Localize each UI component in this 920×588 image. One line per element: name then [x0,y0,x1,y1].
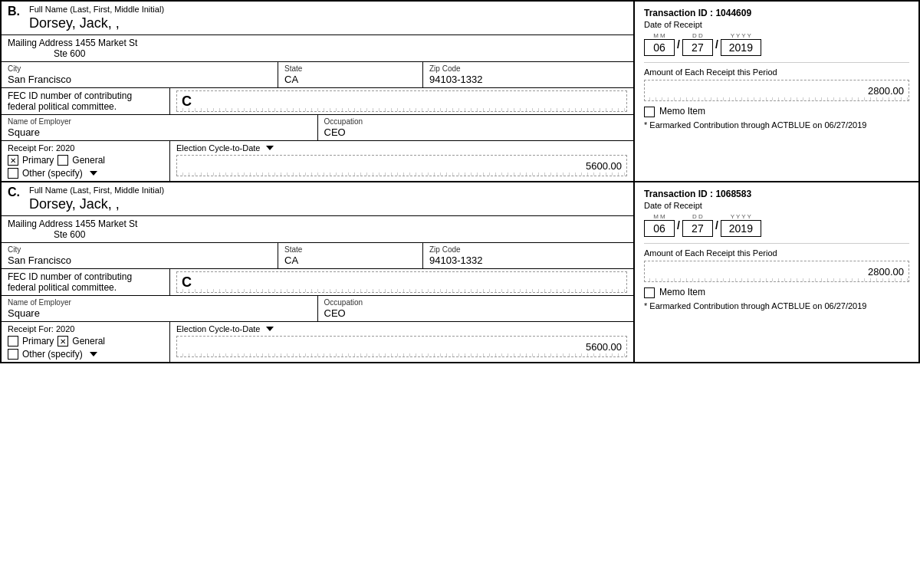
section-b-general-label: General [72,155,105,166]
section-c-fec-label2: federal political committee. [8,282,163,293]
section-b-employer-label: Name of Employer [8,117,311,126]
section-b-sep1: / [677,38,680,51]
section-b-zip-label: Zip Code [429,64,627,73]
section-b-mailing-label: Mailing Address [8,38,73,48]
section-b-other-row: Other (specify) [8,168,163,179]
section-c-earmarked-text: * Earmarked Contribution through ACTBLUE… [644,301,909,310]
section-c-employer-value: Square [8,307,311,319]
section-b-checkbox-group: Primary General Other (specify) [8,155,163,179]
section-c-primary-checkbox[interactable] [8,336,18,347]
section-b-month-group: M M 06 [644,32,675,56]
section-c-general-checkbox[interactable] [58,336,68,347]
section-c-mailing-address2: Ste 600 [54,229,85,240]
section-b-year-value: 2019 [721,39,761,56]
section-c-mailing-label: Mailing Address [8,218,73,229]
section-c-year-value: 2019 [721,220,761,237]
section-b-election-dropdown-icon[interactable] [266,146,274,150]
section-c-receipt-right: Election Cycle-to-Date 5600.00 [170,322,633,362]
section-b-mailing-row: Mailing Address 1455 Market St Ste 600 [2,35,633,62]
section-c-memo-checkbox[interactable] [644,287,655,298]
section-b-transaction-id: Transaction ID : 1044609 [644,8,909,18]
section-b-state-cell: State CA [278,62,423,87]
section-b-occupation-value: CEO [324,126,628,138]
section-b-memo-label: Memo Item [659,106,705,117]
section-c-day-value: 27 [682,220,713,237]
section-b-letter: B. [8,5,23,18]
section-b-city-cell: City San Francisco [2,62,278,87]
section-c-month-group: M M 06 [644,213,675,237]
section-b-amount-box: 2800.00 [644,80,909,101]
section-b-primary-label: Primary [22,155,54,166]
section-c-fec-label-cell: FEC ID number of contributing federal po… [2,269,170,295]
section-c-employer-row: Name of Employer Square Occupation CEO [2,296,633,322]
section-c-city-cell: City San Francisco [2,243,278,268]
section-b-yyyy-label: Y Y Y Y [731,32,751,39]
section-b-receipt-left: Receipt For: 2020 Primary General Other [2,141,170,181]
section-b-zip-cell: Zip Code 94103-1332 [423,62,633,87]
section-b-mm-label: M M [653,32,665,39]
section-b-receipt-right: Election Cycle-to-Date 5600.00 [170,141,633,181]
section-b-other-checkbox[interactable] [8,168,18,179]
section-c-city-label: City [8,245,271,254]
section-c-employer-cell: Name of Employer Square [2,296,318,321]
section-c-year-group: Y Y Y Y 2019 [721,213,761,237]
section-b-dd-label: D D [692,32,703,39]
section-c-employer-label: Name of Employer [8,298,311,307]
section-b-memo-row: Memo Item [644,106,909,117]
section-c-yyyy-label: Y Y Y Y [731,213,751,220]
section-b-primary-checkbox[interactable] [8,155,18,166]
section-c-other-checkbox[interactable] [8,349,18,360]
section-c-full-name: Dorsey, Jack, , [29,196,164,212]
section-b-state-label: State [284,64,416,73]
section-b-full-name: Dorsey, Jack, , [29,15,164,31]
section-b-mailing-address2: Ste 600 [54,48,85,59]
section-b-day-value: 27 [682,39,713,56]
section-b-right-panel: Transaction ID : 1044609 Date of Receipt… [635,2,918,181]
section-c-date-fields: M M 06 / D D 27 / Y Y Y Y 2019 [644,213,909,237]
section-c-letter: C. [8,186,23,199]
section-b-memo-checkbox[interactable] [644,107,655,117]
section-c-checkbox-group: Primary General Other (specify) [8,336,163,360]
section-c-occupation-value: CEO [324,307,628,319]
section-c-divider1 [644,243,909,244]
section-b-primary-row: Primary General [8,155,163,166]
section-c-receipt-left: Receipt For: 2020 Primary General Other [2,322,170,362]
section-b-city-value: San Francisco [8,74,271,85]
section-b-general-checkbox[interactable] [58,155,68,166]
section-c-right-panel: Transaction ID : 1068583 Date of Receipt… [635,182,918,362]
section-b-employer-value: Square [8,126,311,138]
section-c-date-receipt-label: Date of Receipt [644,201,909,210]
section-c-occupation-label: Occupation [324,298,628,307]
section-c-name-label: Full Name (Last, First, Middle Initial) [29,186,164,195]
section-b-date-receipt-label: Date of Receipt [644,20,909,29]
section-c-zip-label: Zip Code [429,245,627,254]
section-c-mm-label: M M [653,213,665,220]
section-b-date-fields: M M 06 / D D 27 / Y Y Y Y 2019 [644,32,909,56]
section-c-left: C. Full Name (Last, First, Middle Initia… [2,182,635,362]
section-b: B. Full Name (Last, First, Middle Initia… [2,2,918,182]
section-c-header: C. Full Name (Last, First, Middle Initia… [2,182,633,216]
section-b-fec-input-cell: C [170,88,633,114]
section-c-mailing-address1: 1455 Market St [75,218,137,229]
section-b-employer-row: Name of Employer Square Occupation CEO [2,115,633,141]
section-c-zip-value: 94103-1332 [429,255,627,266]
section-b-other-dropdown-icon[interactable] [90,171,97,176]
section-b-header: B. Full Name (Last, First, Middle Initia… [2,2,633,35]
section-b-election-cycle-label: Election Cycle-to-Date [176,143,627,153]
section-c-election-cycle-label: Election Cycle-to-Date [176,324,627,333]
section-c-memo-row: Memo Item [644,287,909,298]
section-c-dd-label: D D [692,213,703,220]
section-b-fec-label-cell: FEC ID number of contributing federal po… [2,88,170,114]
section-b-sep2: / [715,38,718,51]
section-b-fec-row: FEC ID number of contributing federal po… [2,88,633,115]
section-c-day-group: D D 27 [682,213,713,237]
section-c-occupation-cell: Occupation CEO [318,296,634,321]
section-b-city-row: City San Francisco State CA Zip Code 941… [2,62,633,88]
section-b-year-group: Y Y Y Y 2019 [721,32,761,56]
section-b-state-value: CA [284,74,416,85]
form-container: B. Full Name (Last, First, Middle Initia… [0,0,920,363]
section-b-left: B. Full Name (Last, First, Middle Initia… [2,2,635,181]
section-c-month-value: 06 [644,220,675,237]
section-c-other-dropdown-icon[interactable] [90,352,97,356]
section-c-election-dropdown-icon[interactable] [266,327,274,331]
